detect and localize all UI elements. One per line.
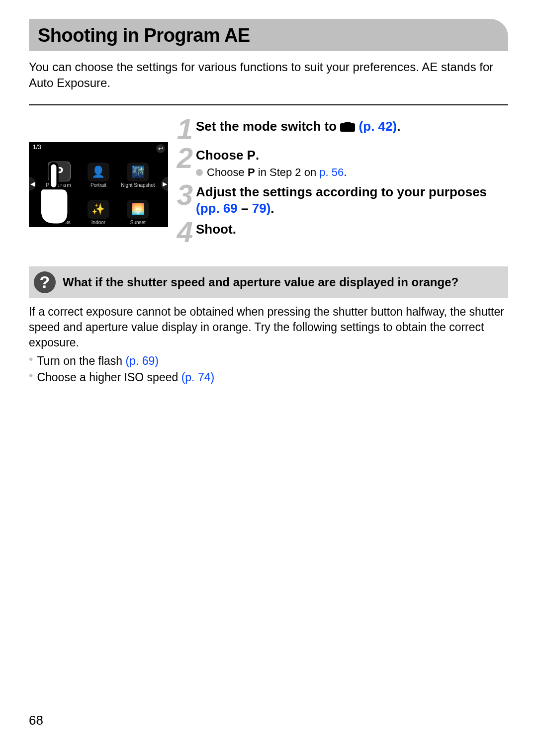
main-row: 1/3 ↩ ◀ ▶ P Program 👤 Portrait 🌃 Night S… xyxy=(29,116,508,249)
step-4: 4 Shoot. xyxy=(174,219,508,245)
lcd-mode-label: Indoor xyxy=(91,220,105,225)
step-number: 2 xyxy=(174,145,196,171)
answer-item-link[interactable]: (p. 74) xyxy=(181,371,214,384)
step-3-suffix: . xyxy=(270,201,274,216)
step-1: 1 Set the mode switch to (p. 42). xyxy=(174,116,508,142)
step-4-title: Shoot. xyxy=(196,222,236,237)
answer-list: Turn on the flash (p. 69) Choose a highe… xyxy=(29,353,508,385)
lcd-mode-label: Portrait xyxy=(90,182,106,188)
lcd-mode-night: 🌃 Night Snapshot xyxy=(119,153,157,188)
lcd-mode-program: P Program xyxy=(40,153,78,188)
lcd-mode-grid: P Program 👤 Portrait 🌃 Night Snapshot 🐾 … xyxy=(40,153,157,225)
lcd-page-counter: 1/3 xyxy=(33,144,41,151)
lcd-mode-label: Program xyxy=(46,182,72,188)
intro-paragraph: You can choose the settings for various … xyxy=(29,59,508,91)
lcd-mode-label: Sunset xyxy=(130,220,146,225)
bullet-icon xyxy=(196,169,203,176)
step-2-sub-suffix: . xyxy=(344,166,347,178)
step-1-text: Set the mode switch to xyxy=(196,119,340,134)
step-1-title: Set the mode switch to (p. 42). xyxy=(196,119,400,134)
answer-paragraph: If a correct exposure cannot be obtained… xyxy=(29,305,504,349)
step-number: 3 xyxy=(174,182,196,208)
manual-page: Shooting in Program AE You can choose th… xyxy=(0,0,537,756)
lcd-mode-label: Kids&Pets xyxy=(48,220,71,225)
indoor-icon: ✨ xyxy=(88,200,109,219)
step-2-suffix: . xyxy=(256,148,259,163)
p-mode-icon: P xyxy=(48,162,71,181)
night-snapshot-icon: 🌃 xyxy=(127,163,149,181)
answer-item-text: Choose a higher ISO speed xyxy=(37,371,181,384)
kids-pets-icon: 🐾 xyxy=(48,200,70,219)
step-1-page-link[interactable]: (p. 42) xyxy=(359,119,397,134)
answer-block: If a correct exposure cannot be obtained… xyxy=(29,304,508,385)
p-glyph: P xyxy=(247,148,256,163)
list-item: Turn on the flash (p. 69) xyxy=(29,353,508,369)
section-divider xyxy=(29,104,508,105)
lcd-left-arrow-icon: ◀ xyxy=(29,177,36,191)
lcd-mode-label: Night Snapshot xyxy=(121,182,155,188)
lcd-back-icon: ↩ xyxy=(156,144,165,153)
sunset-icon: 🌅 xyxy=(127,200,149,219)
step-2: 2 Choose P. Choose P in Step 2 on p. 56. xyxy=(174,145,508,179)
camera-icon xyxy=(340,120,355,132)
step-3-text: Adjust the settings according to your pu… xyxy=(196,184,487,199)
lcd-mode-portrait: 👤 Portrait xyxy=(79,153,117,188)
lcd-right-arrow-icon: ▶ xyxy=(161,177,168,191)
question-banner: ? What if the shutter speed and aperture… xyxy=(29,266,508,298)
step-1-suffix: . xyxy=(397,119,400,134)
lcd-mode-indoor: ✨ Indoor xyxy=(79,190,117,225)
step-number: 4 xyxy=(174,219,196,245)
step-3: 3 Adjust the settings according to your … xyxy=(174,182,508,216)
camera-lcd-screenshot: 1/3 ↩ ◀ ▶ P Program 👤 Portrait 🌃 Night S… xyxy=(29,142,168,227)
step-2-title: Choose P. xyxy=(196,148,259,163)
step-2-sub-mid: in Step 2 on xyxy=(255,166,320,178)
page-number: 68 xyxy=(29,713,43,728)
page-title: Shooting in Program AE xyxy=(38,25,499,46)
question-mark-icon: ? xyxy=(34,271,56,293)
step-2-text: Choose xyxy=(196,148,247,163)
step-2-page-link[interactable]: p. 56 xyxy=(319,166,344,178)
step-number: 1 xyxy=(174,116,196,142)
step-3-page-link-open[interactable]: (pp. 69 xyxy=(196,201,238,216)
answer-item-link[interactable]: (p. 69) xyxy=(126,354,159,367)
lcd-mode-kids: 🐾 Kids&Pets xyxy=(40,190,78,225)
step-3-dash: – xyxy=(238,201,252,216)
list-item: Choose a higher ISO speed (p. 74) xyxy=(29,370,508,385)
step-2-sub-prefix: Choose xyxy=(207,166,248,178)
question-text: What if the shutter speed and aperture v… xyxy=(63,275,458,290)
portrait-icon: 👤 xyxy=(88,163,109,181)
step-3-title: Adjust the settings according to your pu… xyxy=(196,184,487,216)
p-glyph: P xyxy=(248,166,255,178)
lcd-mode-sunset: 🌅 Sunset xyxy=(119,190,157,225)
svg-point-1 xyxy=(345,125,350,130)
answer-item-text: Turn on the flash xyxy=(37,354,125,367)
step-3-page-link-close[interactable]: 79) xyxy=(252,201,271,216)
step-2-sub: Choose P in Step 2 on p. 56. xyxy=(196,166,347,179)
step-list: 1 Set the mode switch to (p. 42). 2 xyxy=(174,116,508,249)
page-title-block: Shooting in Program AE xyxy=(29,19,508,51)
